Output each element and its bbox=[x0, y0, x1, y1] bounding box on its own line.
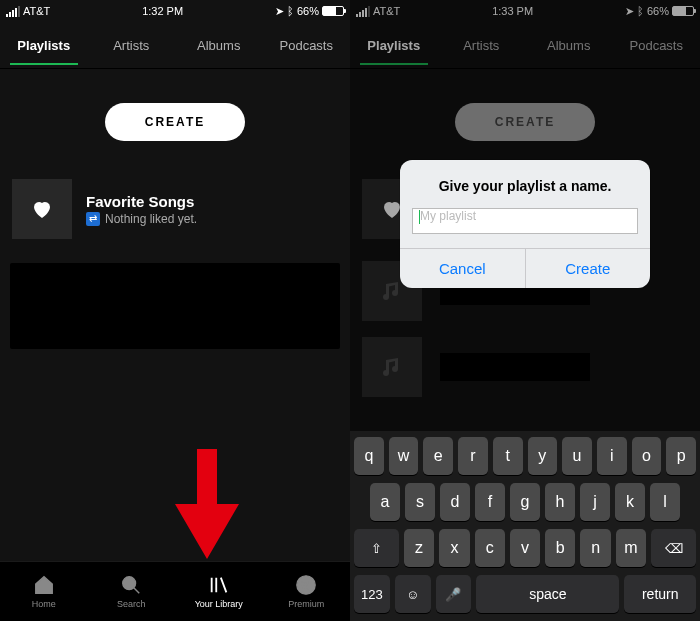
key-f[interactable]: f bbox=[475, 483, 505, 521]
key-row-3: ⇧ zxcvbnm ⌫ bbox=[354, 529, 696, 567]
nav-label: Home bbox=[32, 599, 56, 609]
playlist-title: Favorite Songs bbox=[86, 193, 197, 210]
redacted-content bbox=[10, 263, 340, 349]
shift-key[interactable]: ⇧ bbox=[354, 529, 399, 567]
name-playlist-dialog: Give your playlist a name. My playlist C… bbox=[400, 160, 650, 288]
search-icon bbox=[120, 574, 142, 596]
key-row-2: asdfghjkl bbox=[354, 483, 696, 521]
key-g[interactable]: g bbox=[510, 483, 540, 521]
annotation-arrow bbox=[175, 449, 239, 559]
create-button[interactable]: CREATE bbox=[105, 103, 245, 141]
key-e[interactable]: e bbox=[423, 437, 453, 475]
nav-home[interactable]: Home bbox=[0, 562, 88, 621]
key-h[interactable]: h bbox=[545, 483, 575, 521]
svg-point-0 bbox=[123, 577, 136, 590]
screenshot-library: AT&T 1:32 PM ➤ ᛒ 66% Playlists Artists A… bbox=[0, 0, 350, 621]
nav-library[interactable]: Your Library bbox=[175, 562, 263, 621]
backspace-key[interactable]: ⌫ bbox=[651, 529, 696, 567]
bottom-nav: Home Search Your Library Premium bbox=[0, 561, 350, 621]
key-y[interactable]: y bbox=[528, 437, 558, 475]
location-icon: ➤ bbox=[275, 5, 284, 18]
spotify-icon bbox=[295, 574, 317, 596]
key-s[interactable]: s bbox=[405, 483, 435, 521]
key-a[interactable]: a bbox=[370, 483, 400, 521]
status-bar: AT&T 1:32 PM ➤ ᛒ 66% bbox=[0, 0, 350, 22]
emoji-key[interactable]: ☺ bbox=[395, 575, 431, 613]
nav-premium[interactable]: Premium bbox=[263, 562, 351, 621]
tab-artists[interactable]: Artists bbox=[88, 38, 176, 53]
key-c[interactable]: c bbox=[475, 529, 505, 567]
key-v[interactable]: v bbox=[510, 529, 540, 567]
key-row-1: qwertyuiop bbox=[354, 437, 696, 475]
key-n[interactable]: n bbox=[580, 529, 610, 567]
library-icon bbox=[208, 574, 230, 596]
nav-label: Your Library bbox=[195, 599, 243, 609]
library-tabs: Playlists Artists Albums Podcasts bbox=[0, 22, 350, 68]
battery-icon bbox=[322, 6, 344, 16]
key-z[interactable]: z bbox=[404, 529, 434, 567]
return-key[interactable]: return bbox=[624, 575, 696, 613]
key-u[interactable]: u bbox=[562, 437, 592, 475]
create-confirm-button[interactable]: Create bbox=[526, 249, 651, 288]
key-j[interactable]: j bbox=[580, 483, 610, 521]
tab-albums[interactable]: Albums bbox=[175, 38, 263, 53]
key-p[interactable]: p bbox=[666, 437, 696, 475]
shuffle-badge-icon: ⇄ bbox=[86, 212, 100, 226]
playlist-row-favorite[interactable]: Favorite Songs ⇄ Nothing liked yet. bbox=[0, 171, 350, 247]
key-w[interactable]: w bbox=[389, 437, 419, 475]
heart-icon bbox=[12, 179, 72, 239]
cancel-button[interactable]: Cancel bbox=[400, 249, 526, 288]
key-t[interactable]: t bbox=[493, 437, 523, 475]
key-x[interactable]: x bbox=[439, 529, 469, 567]
key-b[interactable]: b bbox=[545, 529, 575, 567]
screenshot-create-dialog: AT&T 1:33 PM ➤ ᛒ 66% Playlists Artists A… bbox=[350, 0, 700, 621]
nav-label: Search bbox=[117, 599, 146, 609]
battery-label: 66% bbox=[297, 5, 319, 17]
numbers-key[interactable]: 123 bbox=[354, 575, 390, 613]
key-k[interactable]: k bbox=[615, 483, 645, 521]
key-l[interactable]: l bbox=[650, 483, 680, 521]
signal-icon bbox=[6, 6, 20, 17]
nav-search[interactable]: Search bbox=[88, 562, 176, 621]
space-key[interactable]: space bbox=[476, 575, 619, 613]
key-row-4: 123 ☺ 🎤 space return bbox=[354, 575, 696, 613]
tab-playlists[interactable]: Playlists bbox=[0, 38, 88, 53]
key-d[interactable]: d bbox=[440, 483, 470, 521]
mic-key[interactable]: 🎤 bbox=[436, 575, 472, 613]
carrier-label: AT&T bbox=[23, 5, 50, 17]
key-m[interactable]: m bbox=[616, 529, 646, 567]
dialog-title: Give your playlist a name. bbox=[412, 178, 638, 194]
clock-label: 1:32 PM bbox=[142, 5, 183, 17]
ios-keyboard: qwertyuiop asdfghjkl ⇧ zxcvbnm ⌫ 123 ☺ 🎤… bbox=[350, 431, 700, 621]
playlist-name-input[interactable]: My playlist bbox=[412, 208, 638, 234]
playlist-subtitle: Nothing liked yet. bbox=[105, 212, 197, 226]
bluetooth-icon: ᛒ bbox=[287, 5, 294, 17]
nav-label: Premium bbox=[288, 599, 324, 609]
home-icon bbox=[33, 574, 55, 596]
tab-podcasts[interactable]: Podcasts bbox=[263, 38, 351, 53]
key-q[interactable]: q bbox=[354, 437, 384, 475]
key-o[interactable]: o bbox=[632, 437, 662, 475]
key-i[interactable]: i bbox=[597, 437, 627, 475]
key-r[interactable]: r bbox=[458, 437, 488, 475]
